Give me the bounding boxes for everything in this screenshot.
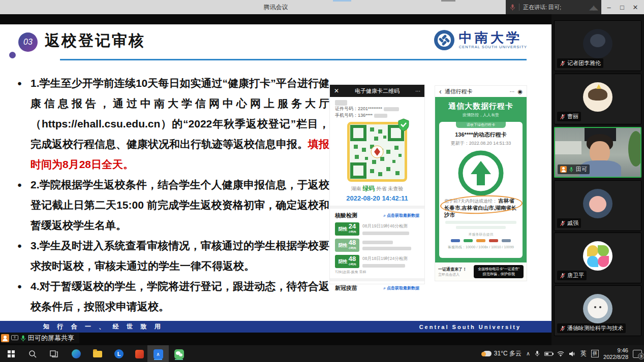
participant-tile[interactable]: 记者团李雅伦 (554, 20, 641, 71)
taskbar-edge-button[interactable] (70, 348, 82, 360)
nucleic-section-title: 核酸检测 (335, 212, 357, 219)
microphone-on-icon (20, 335, 26, 342)
school-motto: 知 行 合 一 、 经 世 致 用 (0, 322, 164, 331)
taskbar-search-button[interactable] (26, 348, 39, 360)
bullet-marker: ● (17, 236, 22, 256)
avatar (583, 294, 612, 323)
hidden-icons-chevron[interactable]: ∧ (526, 350, 530, 357)
tray-microphone-icon[interactable] (535, 350, 540, 357)
target-icon: ◉ (517, 88, 523, 95)
running-indicator (175, 359, 183, 360)
redacted-disclaimer (445, 221, 516, 224)
qr-pattern (350, 124, 405, 179)
taskbar-wechat-button[interactable] (173, 348, 185, 360)
taskbar-lenovo-app-button[interactable]: L (113, 348, 125, 360)
redacted-disclaimer (456, 226, 506, 229)
university-logo: 中南大学 CENTRAL SOUTH UNIVERSITY (434, 29, 527, 51)
redacted-time (362, 241, 393, 244)
participant-name: 田可 (576, 166, 587, 173)
participant-name-tag: 潘德咏测绘科学与技术 (557, 323, 626, 333)
participants-sidebar: 记者团李雅伦 曹丽 田可 戚强 (551, 14, 644, 345)
avatar (583, 189, 612, 218)
weather-widget[interactable]: 31°C 多云 (483, 349, 522, 358)
participant-tile-active-speaker[interactable]: 田可 (554, 127, 641, 178)
edge-icon (72, 349, 81, 358)
start-button[interactable] (5, 348, 17, 360)
wifi-icon[interactable] (557, 351, 564, 356)
participant-tile[interactable]: 潘德咏测绘科学与技术 (554, 285, 641, 336)
weather-text: 31°C 多云 (494, 349, 522, 358)
weather-icon (483, 351, 492, 356)
health-code-screenshot: ✕ 电子健康卡二维码 ··· 证件号码：2201******** 手机号码：13… (329, 84, 425, 284)
divider (519, 4, 519, 11)
travel-card-header: ‹ 通信行程卡 ··· ◉ (435, 86, 527, 97)
battery-icon[interactable] (544, 352, 553, 356)
share-label: 田可的屏幕共享 (28, 334, 74, 343)
travel-result-prefix: 您于前7天内到达或途经： (444, 199, 497, 204)
participant-name: 戚强 (567, 219, 578, 227)
close-icon: ✕ (334, 87, 339, 94)
nucleic-refresh-link[interactable]: ⌕ 点击获取最新数据 (383, 213, 419, 218)
participant-name: 潘德咏测绘科学与技术 (567, 324, 623, 332)
redacted-lab (362, 232, 409, 235)
promo-button[interactable]: 全国移动电话卡“一证通查” 防范诈骗，保护你我 (474, 265, 524, 278)
time-text: 9:46 (618, 347, 628, 353)
travel-result: 您于前7天内到达或途经： 吉林省长春市,吉林省白山市,湖南省长沙市 (439, 198, 523, 219)
screen-share-banner: 田可的屏幕共享 (1, 333, 79, 343)
search-icon: ⌕ (383, 286, 385, 290)
restore-button[interactable]: □ (616, 4, 629, 11)
travel-card-screenshot: ‹ 通信行程卡 ··· ◉ 通信大数据行程卡 疫情防控，人人有责 请收下绿色行程… (435, 85, 527, 281)
microphone-muted-icon (560, 325, 566, 332)
language-indicator[interactable]: 英 (580, 349, 587, 358)
negative-badge: 阴性 48小时内 (335, 255, 359, 268)
participant-tile[interactable]: 戚强 (554, 180, 641, 231)
divider (330, 278, 424, 281)
university-emblem-icon (434, 29, 455, 51)
green-card-tab: 请收下绿色行程卡 (456, 122, 506, 128)
notification-center-button[interactable]: 3 (633, 350, 642, 358)
participant-tile[interactable]: 曹丽 (554, 74, 641, 124)
carrier-logo-icon (464, 239, 473, 242)
file-explorer-icon (93, 351, 102, 357)
search-icon: ⌕ (383, 213, 385, 218)
participant-tile[interactable]: 唐卫平 (554, 233, 641, 283)
taskbar-office-button[interactable] (133, 348, 145, 360)
bullet-marker: ● (17, 73, 22, 93)
volume-icon[interactable] (569, 351, 576, 357)
redacted-lab (362, 247, 411, 250)
task-view-button[interactable] (48, 348, 60, 360)
more-icon: ··· (509, 89, 514, 94)
participant-name: 曹丽 (567, 113, 578, 120)
taskbar-tencent-meeting-button[interactable]: ∧ (152, 348, 164, 360)
ime-indicator[interactable]: 拼 (591, 350, 599, 357)
app-title: 腾讯会议 (0, 0, 551, 14)
close-button[interactable]: ✕ (629, 4, 642, 11)
avatar (583, 29, 612, 58)
status-province: 湖南 (351, 186, 361, 191)
bullet-list: ●1.学生至少开学前连续10天每日如实通过“健康打卡”平台进行健康信息报告，通过… (17, 73, 329, 317)
participant-name: 记者团李雅伦 (567, 59, 601, 67)
wechat-icon (174, 349, 184, 359)
university-name-cn: 中南大学 (459, 31, 527, 45)
date-text: 2022/8/28 (603, 354, 628, 360)
participant-name-tag: 戚强 (557, 218, 581, 228)
microphone-muted-icon (560, 114, 566, 120)
bullet-text: 2.学院根据学生返校条件，结合学生个人健康申报信息，于返校登记截止日第二天15:… (30, 179, 329, 231)
bullet-item-2: ●2.学院根据学生返校条件，结合学生个人健康申报信息，于返校登记截止日第二天15… (17, 175, 329, 236)
redacted-id (384, 107, 399, 111)
travel-updated-time: 更新于：2022.08.20 14:51:33 (439, 140, 523, 147)
redacted-name (335, 100, 347, 106)
window-titlebar: 腾讯会议 正在讲话: 田可; ◢◣ – □ ✕ (0, 0, 644, 14)
status-outside: 外省 (376, 186, 386, 191)
negative-badge-blurred: 阴性 48小时内 (335, 239, 359, 252)
taskbar-file-explorer-button[interactable] (91, 348, 104, 360)
clock[interactable]: 9:46 2022/8/28 (603, 347, 628, 360)
section-number-badge: 03 (18, 32, 38, 52)
vaccine-section-title: 新冠疫苗 (335, 284, 357, 292)
minimize-button[interactable]: – (602, 4, 616, 11)
redacted-phone (374, 114, 387, 118)
vaccine-refresh-link[interactable]: ⌕ 点击获取最新数据 (383, 285, 419, 291)
search-icon (28, 350, 37, 358)
bullet-marker: ● (17, 276, 22, 297)
presenter-icon (560, 166, 567, 173)
